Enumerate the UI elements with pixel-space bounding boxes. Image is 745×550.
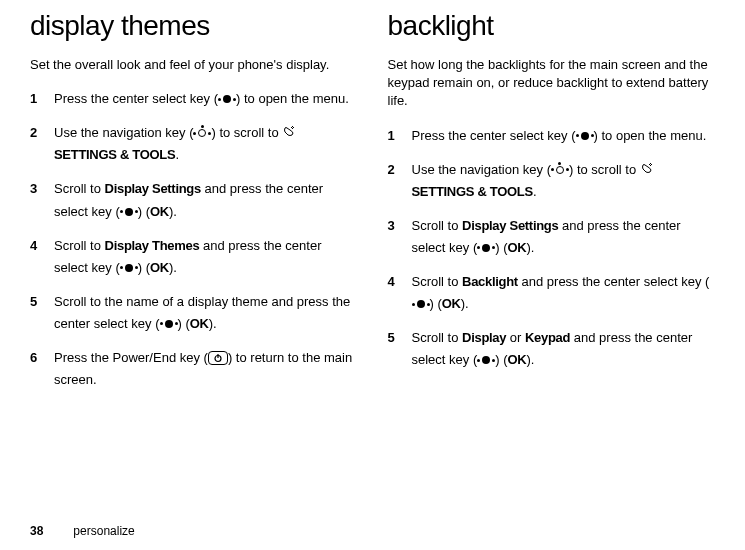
ok-label: OK — [150, 204, 169, 219]
left-column: display themes Set the overall look and … — [30, 10, 358, 403]
settings-tools-label: SETTINGS & TOOLS — [412, 184, 533, 199]
center-select-icon — [120, 207, 138, 217]
power-end-key-icon — [208, 351, 228, 365]
step-2: Use the navigation key () to scroll to S… — [388, 159, 716, 203]
ok-label: OK — [508, 352, 527, 367]
heading-display-themes: display themes — [30, 10, 358, 42]
section-name: personalize — [73, 524, 134, 538]
page-number: 38 — [30, 524, 43, 538]
step-5: Scroll to the name of a display theme an… — [30, 291, 358, 335]
display-themes-label: Display Themes — [105, 238, 200, 253]
center-select-icon — [160, 319, 178, 329]
step-5: Scroll to Display or Keypad and press th… — [388, 327, 716, 371]
center-select-icon — [477, 243, 495, 253]
center-select-icon — [412, 299, 430, 309]
ok-label: OK — [442, 296, 461, 311]
center-select-icon — [477, 355, 495, 365]
step-4: Scroll to Backlight and press the center… — [388, 271, 716, 315]
step-3: Scroll to Display Settings and press the… — [388, 215, 716, 259]
step-4: Scroll to Display Themes and press the c… — [30, 235, 358, 279]
center-select-icon — [120, 263, 138, 273]
step-1: Press the center select key () to open t… — [30, 88, 358, 110]
step-3: Scroll to Display Settings and press the… — [30, 178, 358, 222]
tools-icon — [282, 124, 296, 138]
intro-text: Set the overall look and feel of your ph… — [30, 56, 358, 74]
steps-list: Press the center select key () to open t… — [30, 88, 358, 391]
step-2: Use the navigation key () to scroll to S… — [30, 122, 358, 166]
ok-label: OK — [190, 316, 209, 331]
ok-label: OK — [508, 240, 527, 255]
navigation-key-icon — [551, 164, 569, 176]
step-6: Press the Power/End key () to return to … — [30, 347, 358, 391]
center-select-icon — [576, 131, 594, 141]
content-columns: display themes Set the overall look and … — [30, 10, 715, 403]
page-footer: 38personalize — [30, 524, 135, 538]
navigation-key-icon — [193, 127, 211, 139]
steps-list: Press the center select key () to open t… — [388, 125, 716, 372]
display-settings-label: Display Settings — [462, 218, 558, 233]
display-label: Display — [462, 330, 506, 345]
keypad-label: Keypad — [525, 330, 570, 345]
intro-text: Set how long the backlights for the main… — [388, 56, 716, 111]
ok-label: OK — [150, 260, 169, 275]
heading-backlight: backlight — [388, 10, 716, 42]
backlight-label: Backlight — [462, 274, 518, 289]
right-column: backlight Set how long the backlights fo… — [388, 10, 716, 403]
tools-icon — [640, 161, 654, 175]
display-settings-label: Display Settings — [105, 181, 201, 196]
center-select-icon — [218, 94, 236, 104]
settings-tools-label: SETTINGS & TOOLS — [54, 147, 175, 162]
step-1: Press the center select key () to open t… — [388, 125, 716, 147]
